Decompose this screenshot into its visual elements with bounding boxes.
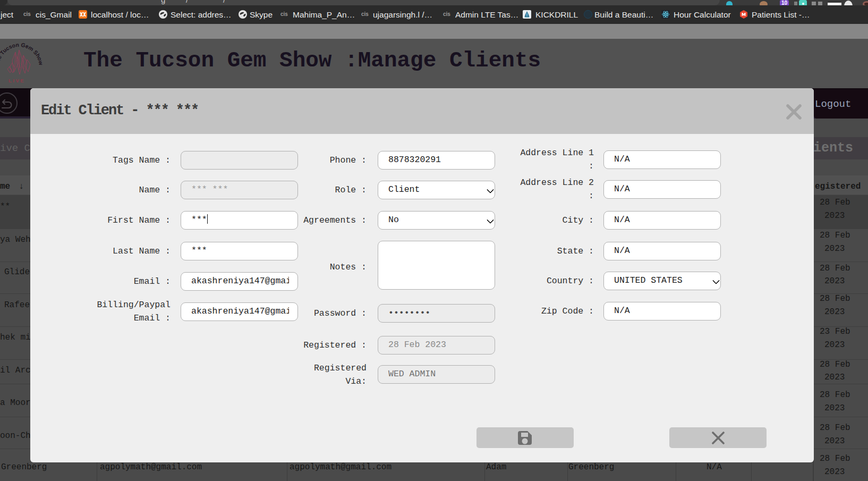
svg-text:LIVE: LIVE: [8, 78, 25, 83]
